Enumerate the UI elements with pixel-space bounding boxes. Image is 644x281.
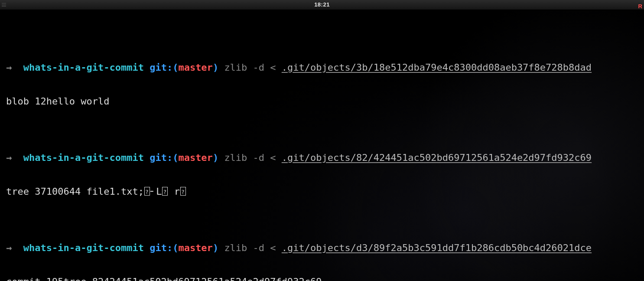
- output-line: tree 37100644 file1.txt;╴L r: [6, 186, 638, 197]
- output-line: commit 195tree 82424451ac502bd69712561a5…: [6, 276, 638, 281]
- command-path: .git/objects/82/424451ac502bd69712561a52…: [282, 152, 592, 163]
- binary-glyph-icon: [144, 187, 150, 196]
- paren-close: ): [213, 152, 218, 163]
- command-path: .git/objects/3b/18e512dba79e4c8300dd08ae…: [282, 62, 592, 73]
- paren-open: (: [172, 62, 178, 73]
- prompt-line[interactable]: → whats-in-a-git-commit git:(master) zli…: [6, 242, 638, 254]
- paren-close: ): [213, 242, 218, 253]
- prompt-branch: master: [178, 152, 212, 163]
- prompt-folder: whats-in-a-git-commit: [23, 242, 144, 253]
- prompt-line[interactable]: → whats-in-a-git-commit git:(master) zli…: [6, 62, 638, 73]
- prompt-git-label: git:: [150, 62, 172, 73]
- clock: 18:21: [314, 0, 330, 10]
- paren-open: (: [172, 242, 178, 253]
- command-path: .git/objects/d3/89f2a5b3c591dd7f1b286cdb…: [282, 242, 592, 253]
- paren-close: ): [213, 62, 218, 73]
- prompt-arrow-icon: →: [6, 152, 12, 163]
- command-text: zlib -d <: [224, 62, 281, 73]
- prompt-line[interactable]: → whats-in-a-git-commit git:(master) zli…: [6, 152, 638, 163]
- menu-grip-icon: [2, 3, 6, 7]
- prompt-branch: master: [178, 62, 212, 73]
- binary-glyph-icon: [180, 187, 186, 196]
- command-text: zlib -d <: [224, 242, 281, 253]
- prompt-git-label: git:: [150, 242, 172, 253]
- prompt-arrow-icon: →: [6, 242, 12, 253]
- paren-open: (: [172, 152, 178, 163]
- prompt-folder: whats-in-a-git-commit: [23, 152, 144, 163]
- output-text: r: [168, 186, 180, 197]
- command-text: zlib -d <: [224, 152, 281, 163]
- output-text: tree 37100644 file1.txt;: [6, 186, 144, 197]
- output-line: blob 12hello world: [6, 96, 638, 107]
- prompt-git-label: git:: [150, 152, 172, 163]
- menubar[interactable]: 18:21 R: [0, 0, 644, 10]
- prompt-arrow-icon: →: [6, 62, 12, 73]
- prompt-branch: master: [178, 242, 212, 253]
- binary-glyph-icon: [162, 187, 168, 196]
- prompt-folder: whats-in-a-git-commit: [23, 62, 144, 73]
- output-text: L: [156, 186, 162, 197]
- terminal[interactable]: → whats-in-a-git-commit git:(master) zli…: [0, 10, 644, 281]
